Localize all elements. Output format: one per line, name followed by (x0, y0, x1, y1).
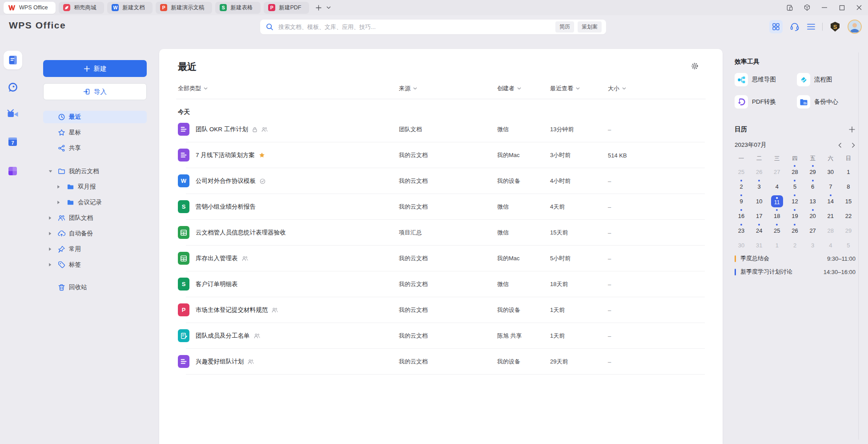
sidebar-item-recent[interactable]: 最近 (43, 111, 147, 123)
filter-source[interactable]: 来源 (399, 85, 417, 93)
main-menu-button[interactable] (807, 23, 816, 30)
calendar-day[interactable]: 14 (822, 194, 840, 209)
calendar-day[interactable]: 23 (732, 223, 750, 238)
calendar-day[interactable]: 5 (840, 238, 857, 253)
global-search-bar[interactable]: 简历策划案 (260, 20, 606, 34)
file-row[interactable]: 库存出入管理表我的云文档我的Mac5小时前– (159, 246, 723, 271)
calendar-day[interactable]: 4 (768, 179, 786, 194)
calendar-day[interactable]: 27 (804, 223, 822, 238)
tree-item-my-cloud-docs[interactable]: 我的云文档 (43, 165, 147, 178)
tree-item-frequent[interactable]: 常用 (43, 243, 147, 255)
caret-right-icon[interactable] (48, 247, 52, 251)
sidebar-item-shared[interactable]: 共享 (43, 142, 147, 154)
tab-new-spreadsheet[interactable]: S新建表格 (215, 2, 261, 14)
caret-right-icon[interactable] (48, 232, 52, 236)
caret-down-icon[interactable] (48, 170, 52, 174)
calendar-day[interactable]: 24 (750, 223, 768, 238)
tool-flowchart[interactable]: 流程图 (797, 73, 859, 86)
workspace-button[interactable] (804, 4, 811, 11)
calendar-day[interactable]: 20 (804, 209, 822, 223)
caret-right-icon[interactable] (48, 216, 52, 220)
file-row[interactable]: S客户订单明细表我的云文档微信18天前– (159, 271, 723, 297)
calendar-day[interactable]: 6 (804, 179, 822, 194)
calendar-day[interactable]: 29 (840, 223, 857, 238)
calendar-day[interactable]: 18 (768, 209, 786, 223)
add-tab-button[interactable] (315, 4, 322, 11)
member-badge-button[interactable]: S (829, 21, 841, 32)
search-tag[interactable]: 简历 (555, 21, 574, 32)
calendar-day[interactable]: 2 (786, 238, 804, 253)
rail-item-calendar[interactable]: 7 (4, 132, 22, 151)
list-settings-button[interactable] (691, 62, 699, 71)
apps-grid-button[interactable] (769, 20, 783, 33)
calendar-day[interactable]: 25 (732, 165, 750, 179)
user-avatar[interactable] (848, 20, 862, 34)
calendar-day[interactable]: 19 (786, 209, 804, 223)
calendar-day[interactable]: 26 (750, 165, 768, 179)
calendar-day[interactable]: 22 (840, 209, 857, 223)
calendar-day[interactable]: 2 (732, 179, 750, 194)
calendar-event[interactable]: 新季度学习计划讨论14:30–16:00 (735, 265, 856, 279)
tree-item-team-docs[interactable]: 团队文档 (43, 212, 147, 224)
file-row[interactable]: P市场主体登记提交材料规范我的云文档我的设备1天前– (159, 297, 723, 323)
caret-right-icon[interactable] (48, 263, 52, 267)
sidebar-item-starred[interactable]: 星标 (43, 126, 147, 139)
tab-new-document[interactable]: W新建文档 (107, 2, 153, 14)
calendar-next-button[interactable] (852, 142, 856, 148)
new-document-button[interactable]: 新建 (43, 60, 147, 77)
tab-list-dropdown-button[interactable] (326, 6, 331, 9)
calendar-day[interactable]: 29 (804, 165, 822, 179)
tab-home[interactable]: WPS Office (4, 2, 56, 14)
calendar-day[interactable]: 8 (840, 179, 857, 194)
calendar-day[interactable]: 3 (804, 238, 822, 253)
caret-right-icon[interactable] (57, 201, 61, 205)
calendar-day[interactable]: 30 (822, 165, 840, 179)
calendar-day[interactable]: 28 (822, 223, 840, 238)
caret-right-icon[interactable] (57, 185, 61, 189)
calendar-day[interactable]: 5 (786, 179, 804, 194)
calendar-day[interactable]: 10 (750, 194, 768, 209)
sidebar-item-trash[interactable]: 回收站 (43, 281, 147, 294)
search-input[interactable] (277, 23, 552, 31)
calendar-day[interactable]: 15 (840, 194, 857, 209)
file-row[interactable]: 7 月线下活动策划方案我的云文档我的Mac3小时前514 KB (159, 142, 723, 168)
tree-item-meeting-notes[interactable]: 会议记录 (43, 196, 147, 209)
filter-size[interactable]: 大小 (608, 85, 626, 93)
tool-mindmap[interactable]: 思维导图 (735, 73, 797, 86)
search-tag[interactable]: 策划案 (578, 21, 602, 32)
calendar-day[interactable]: 3 (750, 179, 768, 194)
calendar-day[interactable]: 25 (768, 223, 786, 238)
tool-pdf-convert[interactable]: PDF转换 (735, 95, 797, 109)
calendar-day[interactable]: 9 (732, 194, 750, 209)
filter-type[interactable]: 全部类型 (178, 85, 208, 93)
filter-viewed[interactable]: 最近查看 (550, 85, 580, 93)
calendar-day[interactable]: 1 (840, 165, 857, 179)
calendar-day[interactable]: 27 (768, 165, 786, 179)
tab-new-pdf[interactable]: P新建PDF (264, 2, 309, 14)
tree-item-auto-backup[interactable]: 自动备份 (43, 227, 147, 240)
tree-item-tags[interactable]: 标签 (43, 258, 147, 271)
maximize-button[interactable] (838, 4, 845, 11)
rail-item-documents[interactable] (4, 51, 22, 69)
file-row[interactable]: W公司对外合作协议模板我的云文档我的设备4小时前– (159, 168, 723, 194)
rail-item-meeting[interactable] (4, 105, 22, 124)
calendar-day[interactable]: 1 (768, 238, 786, 253)
calendar-day[interactable]: 17 (750, 209, 768, 223)
calendar-day[interactable]: 30 (732, 238, 750, 253)
calendar-day[interactable]: 7 (822, 179, 840, 194)
close-button[interactable] (856, 4, 863, 11)
mobile-preview-button[interactable] (786, 4, 793, 11)
calendar-event[interactable]: 季度总结会9:30–11:00 (735, 252, 856, 265)
calendar-day[interactable]: 12 (786, 194, 804, 209)
tab-new-presentation[interactable]: P新建演示文稿 (156, 2, 212, 14)
file-row[interactable]: 兴趣爱好组队计划我的云文档我的设备29天前– (159, 349, 723, 375)
file-row[interactable]: 团队成员及分工名单我的云文档陈旭 共享1天前– (159, 323, 723, 349)
add-event-button[interactable] (848, 126, 856, 133)
calendar-day[interactable]: 11 (768, 194, 786, 209)
calendar-day[interactable]: 28 (786, 165, 804, 179)
support-button[interactable] (789, 21, 800, 32)
file-row[interactable]: 团队 OKR 工作计划团队文档微信13分钟前– (159, 117, 723, 142)
tab-docer-mall[interactable]: 稻壳商城 (59, 2, 104, 14)
file-row[interactable]: 云文档管人员信息统计表理器验收项目汇总微信15天前– (159, 220, 723, 246)
import-button[interactable]: 导入 (43, 83, 147, 100)
